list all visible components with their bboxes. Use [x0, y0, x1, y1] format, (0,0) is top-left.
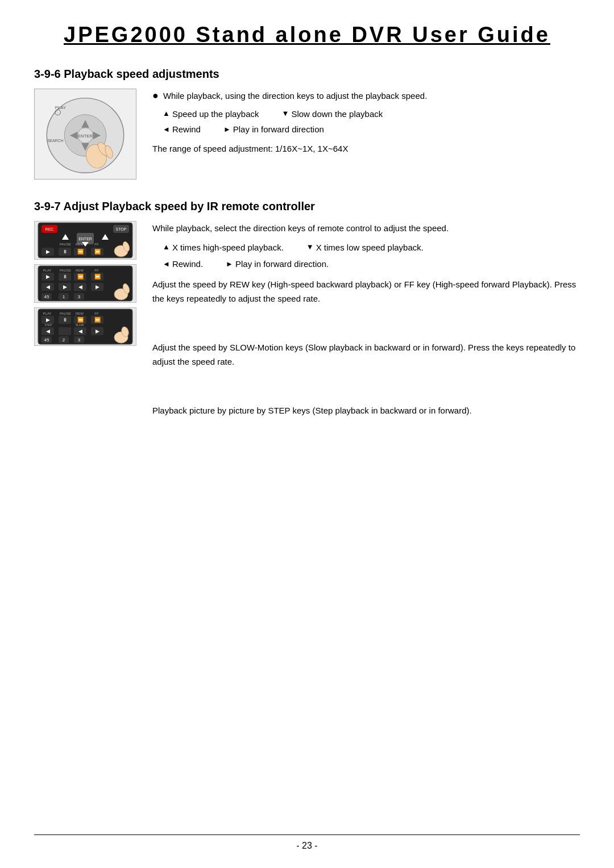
svg-text:STOP: STOP [116, 227, 127, 231]
speed-range: The range of speed adjustment: 1/16X~1X,… [152, 141, 580, 156]
low-speed-item: ▼ X times low speed playback. [306, 240, 424, 255]
direction-row: ◄ Rewind ► Play in forward direction [163, 122, 580, 137]
svg-text:⏪: ⏪ [77, 273, 84, 280]
svg-text:PLAY: PLAY [55, 105, 66, 110]
speed-down-text: Slow down the playback [291, 107, 383, 122]
svg-text:⏪: ⏪ [77, 248, 84, 255]
section-396: 3-9-6 Playback speed adjustments ENTER [34, 68, 580, 180]
svg-text:▶: ▶ [96, 284, 99, 290]
svg-text:⏸: ⏸ [63, 274, 68, 279]
svg-text:2: 2 [63, 337, 65, 343]
speed-down-item: ▼ Slow down the playback [282, 107, 383, 122]
svg-text:45: 45 [44, 294, 49, 299]
arrow-up-icon: ▲ [163, 107, 170, 120]
section-396-text: ● While playback, using the direction ke… [152, 89, 580, 156]
section-397-para3: Playback picture by picture by STEP keys… [152, 403, 580, 418]
arrow-down-2-icon: ▼ [306, 241, 314, 253]
page-title: JPEG2000 Stand alone DVR User Guide [34, 23, 580, 47]
svg-text:3: 3 [78, 294, 81, 299]
rewind-item: ◄ Rewind [163, 122, 201, 137]
rewind-2-item: ◄ Rewind. [163, 257, 203, 272]
speed-row-2: ▲ X times high-speed playback. ▼ X times… [163, 240, 580, 255]
remote-image-2: PLAY ▶ PAUSE ⏸ REW ⏪ FF ⏩ ◀ ▶ [34, 264, 136, 303]
svg-text:REC: REC [45, 227, 54, 231]
svg-text:◀: ◀ [46, 284, 50, 290]
speed-up-item: ▲ Speed up the playback [163, 107, 259, 122]
svg-text:FF: FF [94, 269, 99, 272]
page-number: - 23 - [296, 841, 317, 850]
svg-text:▶: ▶ [46, 274, 50, 279]
controller-image: ENTER PLAY SEARCH [34, 89, 136, 180]
svg-text:REW: REW [76, 312, 84, 315]
svg-text:▶: ▶ [46, 249, 50, 254]
svg-text:⏸: ⏸ [63, 249, 68, 254]
remote-image-3: PLAY ▶ PAUSE ⏸ REW ⏪ FF ⏩ STEP SLOW [34, 307, 136, 346]
high-speed-item: ▲ X times high-speed playback. [163, 240, 284, 255]
forward-2-item: ► Play in forward direction. [226, 257, 329, 272]
section-397-content: REC STOP ENTER PLAY ▶ PAUSE [34, 221, 580, 418]
svg-text:PAUSE: PAUSE [60, 312, 71, 315]
svg-text:◀: ◀ [78, 284, 82, 290]
section-397-text: While playback, select the direction key… [152, 221, 580, 418]
section-396-heading: 3-9-6 Playback speed adjustments [34, 68, 580, 81]
svg-text:⏩: ⏩ [94, 316, 101, 323]
arrow-down-icon: ▼ [282, 107, 289, 120]
forward-text: Play in forward direction [233, 122, 324, 137]
svg-text:1: 1 [63, 294, 65, 299]
section-396-intro-item: ● While playback, using the direction ke… [152, 89, 580, 103]
svg-text:3: 3 [78, 337, 81, 343]
remote-image-1: REC STOP ENTER PLAY ▶ PAUSE [34, 221, 136, 260]
svg-text:REW: REW [76, 269, 84, 272]
arrow-right-2-icon: ► [226, 258, 233, 270]
section-397-heading: 3-9-7 Adjust Playback speed by IR remote… [34, 200, 580, 213]
svg-text:PLAY: PLAY [43, 312, 52, 315]
svg-text:REW: REW [76, 243, 84, 246]
rewind-text: Rewind [172, 122, 201, 137]
section-397-bullets: ▲ X times high-speed playback. ▼ X times… [163, 240, 580, 272]
svg-text:⏸: ⏸ [63, 317, 68, 323]
bullet-dot: ● [152, 89, 159, 103]
speed-up-text: Speed up the playback [172, 107, 259, 122]
arrow-left-icon: ◄ [163, 123, 170, 136]
direction-row-2: ◄ Rewind. ► Play in forward direction. [163, 257, 580, 272]
svg-text:45: 45 [44, 337, 49, 343]
section-397-intro: While playback, select the direction key… [152, 221, 580, 236]
svg-text:PAUSE: PAUSE [60, 269, 71, 272]
section-396-intro: While playback, using the direction keys… [163, 89, 427, 103]
svg-text:▶: ▶ [63, 284, 67, 290]
section-397: 3-9-7 Adjust Playback speed by IR remote… [34, 200, 580, 418]
svg-text:FF: FF [94, 312, 99, 315]
svg-text:⏩: ⏩ [94, 273, 101, 280]
svg-text:PAUSE: PAUSE [60, 243, 71, 246]
svg-text:ENTER: ENTER [78, 133, 93, 139]
svg-text:ENTER: ENTER [78, 237, 92, 241]
forward-item: ► Play in forward direction [223, 122, 324, 137]
arrow-up-2-icon: ▲ [163, 241, 170, 253]
svg-text:◀: ◀ [46, 328, 50, 334]
section-396-bullets: ▲ Speed up the playback ▼ Slow down the … [163, 107, 580, 137]
remote-images: REC STOP ENTER PLAY ▶ PAUSE [34, 221, 136, 346]
arrow-right-icon: ► [223, 123, 231, 136]
arrow-left-2-icon: ◄ [163, 258, 170, 270]
svg-text:◀: ◀ [78, 328, 82, 334]
svg-text:STEP: STEP [44, 323, 52, 327]
svg-text:▶: ▶ [96, 328, 99, 334]
section-397-para1: Adjust the speed by REW key (High-speed … [152, 277, 580, 306]
page-footer: - 23 - [34, 834, 580, 851]
high-speed-text: X times high-speed playback. [172, 240, 284, 255]
svg-rect-84 [59, 327, 71, 335]
forward-2-text: Play in forward direction. [235, 257, 329, 272]
svg-text:SLOW: SLOW [76, 323, 84, 327]
svg-text:⏪: ⏪ [77, 316, 84, 323]
low-speed-text: X times low speed playback. [316, 240, 424, 255]
speed-row: ▲ Speed up the playback ▼ Slow down the … [163, 107, 580, 122]
svg-text:PLAY: PLAY [43, 269, 52, 272]
svg-text:⏩: ⏩ [94, 248, 101, 255]
section-396-content: ENTER PLAY SEARCH ● While playback, usin… [34, 89, 580, 180]
svg-text:▶: ▶ [46, 317, 50, 323]
section-397-para2: Adjust the speed by SLOW-Motion keys (Sl… [152, 340, 580, 369]
svg-text:SEARCH: SEARCH [47, 139, 63, 143]
rewind-2-text: Rewind. [172, 257, 203, 272]
svg-text:FF: FF [94, 243, 99, 246]
